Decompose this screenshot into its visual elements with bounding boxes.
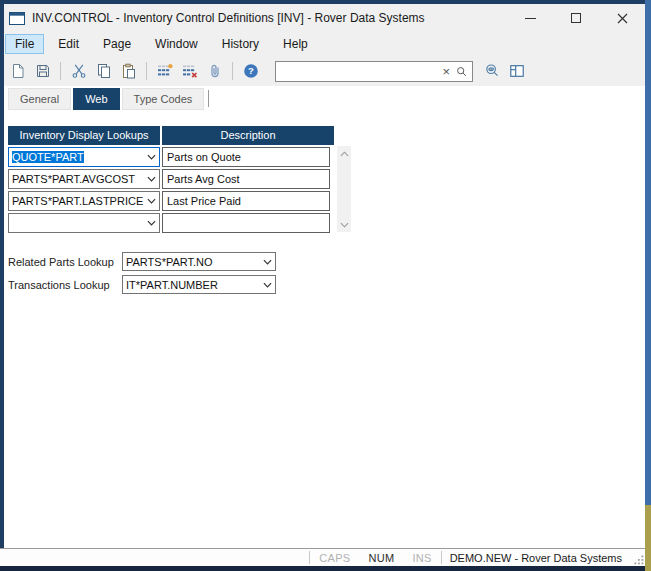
caps-indicator: CAPS [310,552,359,564]
description-input-1[interactable] [162,147,330,167]
app-window: INV.CONTROL - Inventory Control Definiti… [0,4,645,566]
copy-icon [96,63,112,79]
transactions-combobox[interactable]: IT*PART.NUMBER [122,275,276,294]
chevron-down-icon[interactable] [144,198,159,204]
paste-icon [121,63,137,79]
session-label: DEMO.NEW - Rover Data Systems [442,552,630,564]
new-document-icon [10,63,26,79]
quick-search-box: × [275,61,473,82]
chevron-down-icon[interactable] [260,259,275,265]
table-row: PARTS*PART.AVGCOST [8,169,334,189]
lookup-value-3: PARTS*PART.LASTPRICE [9,195,144,207]
toolbar-separator [146,62,147,80]
save-button[interactable] [31,60,54,82]
menu-help[interactable]: Help [273,34,318,54]
desktop-bottom-strip [0,566,645,571]
title-bar: INV.CONTROL - Inventory Control Definiti… [0,4,645,32]
maximize-button[interactable] [553,4,599,32]
clear-search-icon[interactable]: × [438,65,454,78]
grip-dots-icon [634,555,644,565]
chevron-down-icon [340,222,349,228]
minimize-icon [525,18,536,19]
close-icon [617,13,628,24]
chevron-down-icon[interactable] [144,220,159,226]
status-bar: CAPS NUM INS DEMO.NEW - Rover Data Syste… [0,548,645,566]
tab-type-codes[interactable]: Type Codes [122,88,205,110]
window-title: INV.CONTROL - Inventory Control Definiti… [32,11,425,25]
transactions-value: IT*PART.NUMBER [123,279,260,291]
scroll-up-button[interactable] [337,146,351,161]
column-header-lookups: Inventory Display Lookups [8,126,160,145]
search-icon[interactable] [454,65,472,78]
lookup-combobox-2[interactable]: PARTS*PART.AVGCOST [8,169,160,189]
desktop-right-strip-bottom [645,505,651,571]
lookup-fields: Related Parts Lookup PARTS*PART.NO Trans… [8,252,276,298]
minimize-button[interactable] [507,4,553,32]
tab-strip: General Web Type Codes [0,86,645,112]
menu-history[interactable]: History [212,34,269,54]
lookup-combobox-1[interactable]: QUOTE*PART [8,147,160,167]
lookup-combobox-3[interactable]: PARTS*PART.LASTPRICE [8,191,160,211]
insert-row-button[interactable] [153,60,176,82]
related-parts-value: PARTS*PART.NO [123,256,260,268]
svg-text:?: ? [248,65,254,76]
paste-button[interactable] [117,60,140,82]
menu-window[interactable]: Window [145,34,208,54]
chevron-down-icon[interactable] [144,176,159,182]
description-input-3[interactable] [162,191,330,211]
insert-row-icon [157,63,173,79]
new-document-button[interactable] [6,60,29,82]
help-icon: ? [243,63,259,79]
panel-layout-button[interactable] [505,60,528,82]
transactions-label: Transactions Lookup [8,279,122,291]
transactions-row: Transactions Lookup IT*PART.NUMBER [8,275,276,294]
attachment-icon [207,63,223,79]
chevron-down-icon[interactable] [260,282,275,288]
table-scrollbar[interactable] [337,146,351,232]
lookup-combobox-4[interactable] [8,213,160,233]
record-lookup-button[interactable] [480,60,503,82]
related-parts-combobox[interactable]: PARTS*PART.NO [122,252,276,271]
ins-indicator: INS [403,552,440,564]
table-row: PARTS*PART.LASTPRICE [8,191,334,211]
toolbar-separator [232,62,233,80]
chevron-down-icon[interactable] [144,154,159,160]
toolbar-separator [60,62,61,80]
lookup-value-1: QUOTE*PART [12,151,84,163]
chevron-up-icon [340,151,349,157]
inventory-display-lookups-table: Inventory Display Lookups Description QU… [8,126,334,233]
close-button[interactable] [599,4,645,32]
window-controls [507,4,645,32]
cut-icon [71,63,87,79]
column-header-description: Description [162,126,334,145]
description-input-4[interactable] [162,213,330,233]
num-indicator: NUM [359,552,403,564]
lookup-value-2: PARTS*PART.AVGCOST [9,173,144,185]
tab-general[interactable]: General [8,88,71,110]
app-icon [9,12,25,25]
copy-button[interactable] [92,60,115,82]
toolbar: ? × [0,56,645,86]
scroll-down-button[interactable] [337,217,351,232]
table-row [8,213,334,233]
description-input-2[interactable] [162,169,330,189]
help-button[interactable]: ? [239,60,262,82]
maximize-icon [571,13,581,23]
record-lookup-icon [484,63,500,79]
attachment-button[interactable] [203,60,226,82]
search-input[interactable] [276,63,438,80]
table-header-row: Inventory Display Lookups Description [8,126,334,145]
menu-page[interactable]: Page [93,34,141,54]
related-parts-row: Related Parts Lookup PARTS*PART.NO [8,252,276,271]
menu-edit[interactable]: Edit [48,34,89,54]
panel-layout-icon [509,63,525,79]
menu-bar: File Edit Page Window History Help [0,32,645,56]
cut-button[interactable] [67,60,90,82]
window-left-border [0,0,4,548]
delete-row-button[interactable] [178,60,201,82]
resize-grip[interactable] [630,551,644,565]
save-icon [35,63,51,79]
menu-file[interactable]: File [5,34,44,54]
tab-web[interactable]: Web [73,88,119,110]
delete-row-icon [182,63,198,79]
